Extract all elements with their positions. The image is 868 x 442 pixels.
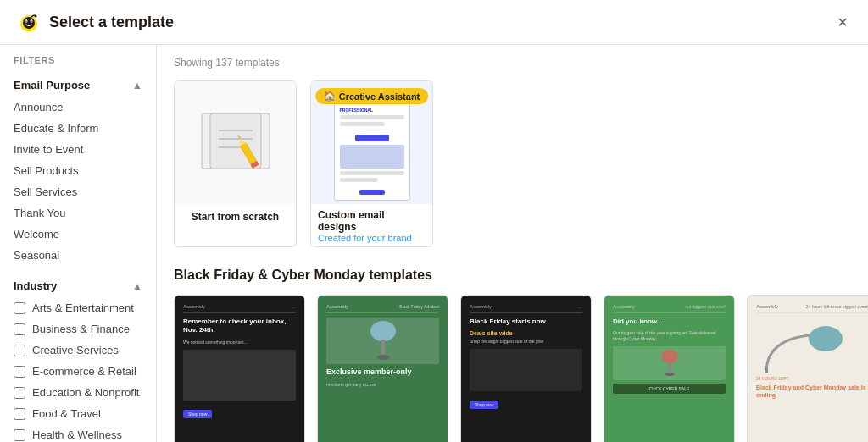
thumb-headline-3: Did you know... bbox=[613, 318, 726, 326]
sidebar-item-welcome[interactable]: Welcome bbox=[0, 224, 156, 245]
industry-chevron: ▲ bbox=[132, 280, 142, 292]
sidebar-item-seasonal[interactable]: Seasonal bbox=[0, 245, 156, 266]
thumb-headline-0: Remember to check your inbox, Nov. 24th. bbox=[183, 318, 296, 335]
svg-point-1 bbox=[23, 17, 35, 29]
sketch-icon bbox=[198, 109, 274, 177]
card-thumb-4: Assembly 24 hours left to our biggest ev… bbox=[748, 296, 868, 442]
creative-badge: 🏠 Creative Assistant bbox=[315, 88, 429, 104]
sidebar-item-seasonal-label: Seasonal bbox=[14, 249, 59, 262]
card-thumb-0: Assembly ... Remember to check your inbo… bbox=[175, 296, 304, 442]
creative-subtitle: Created for your brand bbox=[318, 233, 426, 243]
scratch-label: Start from scratch bbox=[175, 204, 296, 229]
arts-label: Arts & Entertainment bbox=[32, 301, 134, 314]
filters-label: Filters bbox=[0, 55, 156, 72]
mini-professional: PROFESSIONAL bbox=[340, 108, 404, 113]
thumb-headline-1: Exclusive member-only bbox=[326, 367, 439, 378]
svg-point-16 bbox=[370, 321, 396, 341]
arts-checkbox[interactable] bbox=[14, 302, 25, 314]
mini-email: PROFESSIONAL bbox=[334, 102, 410, 201]
sidebar-item-arts[interactable]: Arts & Entertainment bbox=[0, 297, 156, 318]
ecommerce-checkbox[interactable] bbox=[14, 366, 25, 378]
industry-section-header[interactable]: Industry ▲ bbox=[0, 273, 156, 297]
sidebar-item-ecommerce[interactable]: E-commerce & Retail bbox=[0, 361, 156, 382]
brand-link[interactable]: your brand bbox=[367, 233, 412, 243]
business-checkbox[interactable] bbox=[14, 323, 25, 335]
mailchimp-logo bbox=[17, 10, 41, 34]
svg-rect-20 bbox=[668, 362, 671, 373]
sidebar-item-food[interactable]: Food & Travel bbox=[0, 403, 156, 424]
svg-point-21 bbox=[665, 373, 675, 376]
business-label: Business & Finance bbox=[32, 323, 130, 335]
sidebar-item-sell-services[interactable]: Sell Services bbox=[0, 181, 156, 202]
svg-point-22 bbox=[809, 326, 843, 351]
modal-body: Filters Email Purpose ▲ Announce Educate… bbox=[0, 45, 868, 442]
email-purpose-title: Email Purpose bbox=[14, 79, 90, 91]
email-purpose-section-header[interactable]: Email Purpose ▲ bbox=[0, 72, 156, 97]
food-checkbox[interactable] bbox=[14, 408, 25, 420]
modal-title: Select a template bbox=[49, 14, 834, 31]
mini-btn bbox=[355, 135, 389, 141]
thumb-headline-2: Black Friday starts now bbox=[470, 318, 582, 326]
card-thumb-1: Assembly Black Friday Ad blast bbox=[318, 296, 448, 442]
sidebar-item-business[interactable]: Business & Finance bbox=[0, 318, 156, 340]
template-grid: Assembly ... Remember to check your inbo… bbox=[174, 295, 851, 442]
education-checkbox[interactable] bbox=[14, 387, 25, 399]
sidebar-item-sell-services-label: Sell Services bbox=[14, 185, 77, 198]
creative-template-card[interactable]: 🏠 Creative Assistant PROFESSIONAL bbox=[310, 80, 433, 247]
sidebar-item-invite-label: Invite to Event bbox=[14, 143, 83, 156]
creative-badge-label: Creative Assistant bbox=[339, 91, 420, 102]
scratch-preview bbox=[175, 81, 296, 204]
modal-container: Select a template × Filters Email Purpos… bbox=[0, 0, 868, 442]
template-card-0[interactable]: Assembly ... Remember to check your inbo… bbox=[174, 295, 305, 442]
sidebar-item-sell-products[interactable]: Sell Products bbox=[0, 160, 156, 181]
mini-row-2 bbox=[340, 122, 385, 126]
thumb-headline-4: Black Friday and Cyber Monday sale is en… bbox=[756, 384, 868, 399]
sidebar-item-educate[interactable]: Educate & Inform bbox=[0, 118, 156, 139]
mini-row-4 bbox=[340, 178, 379, 182]
close-button[interactable]: × bbox=[834, 10, 851, 34]
modal-header: Select a template × bbox=[0, 0, 868, 45]
showing-label: Showing 137 templates bbox=[174, 57, 851, 69]
creative-title: Custom email designs bbox=[318, 209, 426, 233]
card-thumb-3: Assembly our biggest sale ever! Did you … bbox=[604, 296, 734, 442]
sidebar-item-welcome-label: Welcome bbox=[14, 228, 59, 240]
card-thumb-2: Assembly ... Black Friday starts now Dea… bbox=[461, 296, 591, 442]
sidebar-item-health[interactable]: Health & Wellness bbox=[0, 424, 156, 442]
svg-rect-17 bbox=[381, 340, 385, 356]
sidebar-item-sell-products-label: Sell Products bbox=[14, 164, 79, 177]
creative-label: Creative Services bbox=[32, 344, 119, 356]
sidebar-item-invite[interactable]: Invite to Event bbox=[0, 139, 156, 160]
sidebar-item-education[interactable]: Education & Nonprofit bbox=[0, 382, 156, 403]
svg-rect-23 bbox=[765, 368, 768, 373]
svg-point-18 bbox=[376, 355, 390, 360]
bf-section-title: Black Friday & Cyber Monday templates bbox=[174, 268, 851, 283]
food-label: Food & Travel bbox=[32, 407, 101, 420]
svg-point-4 bbox=[25, 21, 26, 23]
sidebar-item-educate-label: Educate & Inform bbox=[14, 122, 98, 135]
thumb-hours: 24 HOURS LEFT bbox=[756, 376, 868, 381]
scratch-template-card[interactable]: Start from scratch bbox=[174, 80, 297, 247]
thumb-deal-0: Deals site-wide bbox=[470, 330, 582, 336]
svg-point-5 bbox=[31, 21, 31, 23]
mini-img bbox=[340, 145, 404, 169]
template-card-3[interactable]: Assembly our biggest sale ever! Did you … bbox=[604, 295, 735, 442]
template-card-2[interactable]: Assembly ... Black Friday starts now Dea… bbox=[460, 295, 592, 442]
sidebar-item-announce[interactable]: Announce bbox=[0, 97, 156, 118]
sidebar-item-thank-you[interactable]: Thank You bbox=[0, 202, 156, 224]
mini-row-1 bbox=[340, 115, 404, 119]
industry-title: Industry bbox=[14, 279, 57, 292]
health-checkbox[interactable] bbox=[14, 429, 25, 441]
creative-card-label: Custom email designs Created for your br… bbox=[311, 204, 432, 246]
mini-row-3 bbox=[340, 171, 404, 175]
creative-checkbox[interactable] bbox=[14, 345, 25, 356]
sidebar: Filters Email Purpose ▲ Announce Educate… bbox=[0, 45, 157, 442]
svg-point-19 bbox=[661, 350, 678, 363]
ecommerce-label: E-commerce & Retail bbox=[32, 365, 136, 378]
sidebar-item-announce-label: Announce bbox=[14, 101, 64, 113]
template-card-1[interactable]: Assembly Black Friday Ad blast bbox=[317, 295, 448, 442]
sidebar-item-creative[interactable]: Creative Services bbox=[0, 340, 156, 361]
template-card-4[interactable]: Assembly 24 hours left to our biggest ev… bbox=[747, 295, 868, 442]
sidebar-item-thank-you-label: Thank You bbox=[14, 207, 65, 219]
main-content: Showing 137 templates bbox=[157, 45, 868, 442]
education-label: Education & Nonprofit bbox=[32, 386, 139, 399]
